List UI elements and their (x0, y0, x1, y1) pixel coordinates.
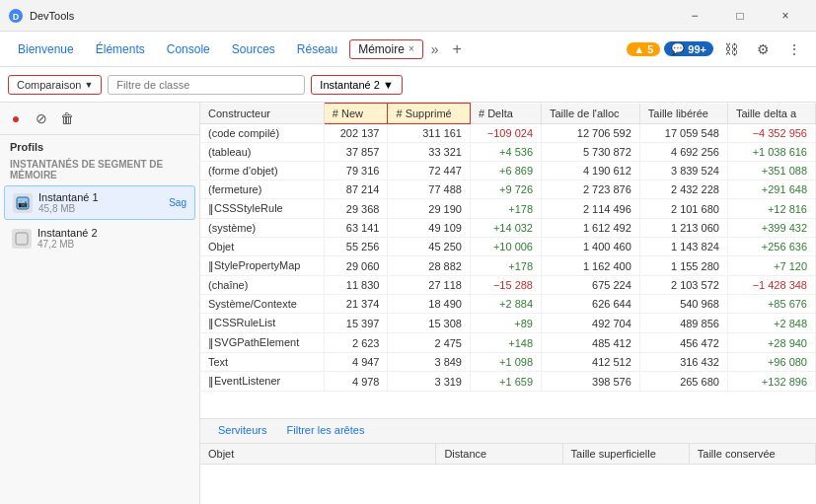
col-taille-delta[interactable]: Taille delta a (727, 104, 815, 124)
settings-button[interactable]: ⚙ (749, 36, 777, 63)
menu-reseau[interactable]: Réseau (287, 38, 347, 60)
table-row[interactable]: ‖CSSStyleRule 29 368 29 190 +178 2 114 4… (200, 199, 816, 219)
col-new[interactable]: # New (324, 104, 388, 124)
more-tabs-button[interactable]: » (425, 37, 445, 61)
table-row[interactable]: ‖StylePropertyMap 29 060 28 882 +178 1 1… (200, 256, 816, 276)
cell-taille-delta: +132 896 (727, 372, 815, 392)
maximize-button[interactable]: □ (717, 0, 763, 32)
cell-sup: 311 161 (388, 124, 471, 143)
table-row[interactable]: (forme d'objet) 79 316 72 447 +6 869 4 1… (200, 162, 816, 180)
menu-console[interactable]: Console (157, 38, 220, 60)
warning-badge[interactable]: ▲ 5 (627, 42, 660, 56)
snapshot-info-1: Instantané 1 45,8 MB (38, 191, 163, 214)
cell-taille-alloc: 4 190 612 (542, 162, 640, 180)
table-row[interactable]: Système/Contexte 21 374 18 490 +2 884 62… (200, 295, 816, 314)
instantane-button[interactable]: Instantané 2 ▼ (311, 75, 402, 95)
share-button[interactable]: ⛓ (717, 36, 745, 63)
col-supprime[interactable]: # Supprimé (388, 104, 471, 124)
cell-sup: 3 319 (388, 372, 471, 392)
cell-name: (code compilé) (200, 124, 324, 143)
cell-sup: 49 109 (388, 219, 471, 238)
warning-icon: ▲ (633, 43, 644, 55)
toolbar: Comparaison ▼ Instantané 2 ▼ (0, 67, 816, 103)
cell-name: ‖StylePropertyMap (200, 256, 324, 276)
comparaison-button[interactable]: Comparaison ▼ (8, 75, 102, 95)
tab-memoire-close[interactable]: × (408, 43, 414, 54)
warning-count: 5 (647, 43, 653, 55)
filtre-input[interactable] (108, 75, 305, 95)
table-row[interactable]: ‖CSSRuleList 15 397 15 308 +89 492 704 4… (200, 314, 816, 333)
snapshot-item-2[interactable]: Instantané 2 47,2 MB (4, 222, 195, 254)
cell-taille-lib: 1 143 824 (639, 238, 727, 256)
cell-taille-delta: +85 676 (727, 295, 815, 314)
cell-taille-lib: 2 101 680 (639, 199, 727, 219)
cell-taille-delta: +1 038 616 (727, 143, 815, 162)
cell-taille-delta: −1 428 348 (727, 276, 815, 295)
table-row[interactable]: ‖SVGPathElement 2 623 2 475 +148 485 412… (200, 333, 816, 353)
snapshot-name-2: Instantané 2 (37, 227, 187, 239)
table-row[interactable]: (système) 63 141 49 109 +14 032 1 612 49… (200, 219, 816, 238)
cell-taille-alloc: 412 512 (542, 353, 640, 372)
more-button[interactable]: ⋮ (780, 36, 808, 63)
cell-taille-alloc: 485 412 (542, 333, 640, 353)
cell-taille-delta: +351 088 (727, 162, 815, 180)
cell-sup: 27 118 (388, 276, 471, 295)
col-taille-alloc[interactable]: Taille de l'alloc (542, 104, 640, 124)
snapshot-info-2: Instantané 2 47,2 MB (37, 227, 187, 250)
cell-new: 2 623 (324, 333, 388, 353)
add-tab-button[interactable]: + (447, 36, 468, 62)
cell-taille-lib: 540 968 (639, 295, 727, 314)
cell-new: 15 397 (324, 314, 388, 333)
main-table-container[interactable]: Constructeur # New # Supprimé # Delta Ta… (200, 103, 816, 418)
main-table: Constructeur # New # Supprimé # Delta Ta… (200, 103, 816, 392)
table-row[interactable]: Text 4 947 3 849 +1 098 412 512 316 432 … (200, 353, 816, 372)
cell-taille-alloc: 2 114 496 (542, 199, 640, 219)
cell-delta: +1 098 (470, 353, 541, 372)
cell-new: 4 978 (324, 372, 388, 392)
stop-button[interactable]: ⊘ (30, 107, 53, 130)
cell-sup: 18 490 (388, 295, 471, 314)
comparaison-label: Comparaison (17, 79, 81, 91)
table-row[interactable]: (code compilé) 202 137 311 161 −109 024 … (200, 124, 816, 143)
devtools-icon: D (8, 8, 24, 24)
col-constructeur[interactable]: Constructeur (200, 104, 324, 124)
clear-button[interactable]: 🗑 (55, 107, 79, 130)
info-badge[interactable]: 💬 99+ (664, 41, 713, 56)
cell-taille-alloc: 1 612 492 (542, 219, 640, 238)
close-button[interactable]: × (763, 0, 808, 32)
cell-taille-alloc: 2 723 876 (542, 180, 640, 199)
cell-taille-delta: +7 120 (727, 256, 815, 276)
tab-serviteurs[interactable]: Serviteurs (208, 419, 277, 443)
menu-bienvenue[interactable]: Bienvenue (8, 38, 84, 60)
table-row[interactable]: Objet 55 256 45 250 +10 006 1 400 460 1 … (200, 238, 816, 256)
record-button[interactable]: ● (4, 107, 28, 130)
cell-name: (chaîne) (200, 276, 324, 295)
cell-taille-lib: 1 213 060 (639, 219, 727, 238)
snapshot-icon-2 (12, 229, 32, 249)
tab-filtrer-aretes[interactable]: Filtrer les arêtes (277, 419, 375, 443)
titlebar-title: DevTools (30, 10, 74, 22)
col-delta[interactable]: # Delta (470, 104, 541, 124)
cell-delta: +2 884 (470, 295, 541, 314)
cell-taille-lib: 4 692 256 (639, 143, 727, 162)
snapshot-action-1[interactable]: Sag (169, 197, 186, 208)
snapshot-item-1[interactable]: 📷 Instantané 1 45,8 MB Sag (4, 185, 195, 220)
table-row[interactable]: (fermeture) 87 214 77 488 +9 726 2 723 8… (200, 180, 816, 199)
menu-elements[interactable]: Éléments (86, 38, 155, 60)
titlebar: D DevTools − □ × (0, 0, 816, 32)
table-row[interactable]: (tableau) 37 857 33 321 +4 536 5 730 872… (200, 143, 816, 162)
cell-taille-lib: 265 680 (639, 372, 727, 392)
cell-new: 87 214 (324, 180, 388, 199)
cell-taille-delta: +96 080 (727, 353, 815, 372)
cell-sup: 2 475 (388, 333, 471, 353)
table-row[interactable]: (chaîne) 11 830 27 118 −15 288 675 224 2… (200, 276, 816, 295)
cell-taille-lib: 316 432 (639, 353, 727, 372)
minimize-button[interactable]: − (672, 0, 717, 32)
bottom-tabs: Serviteurs Filtrer les arêtes (200, 419, 816, 444)
table-row[interactable]: ‖EventListener 4 978 3 319 +1 659 398 57… (200, 372, 816, 392)
cell-taille-alloc: 398 576 (542, 372, 640, 392)
menu-sources[interactable]: Sources (222, 38, 285, 60)
cell-taille-lib: 2 103 572 (639, 276, 727, 295)
col-taille-lib[interactable]: Taille libérée (639, 104, 727, 124)
tab-memoire[interactable]: Mémoire × (349, 39, 423, 59)
